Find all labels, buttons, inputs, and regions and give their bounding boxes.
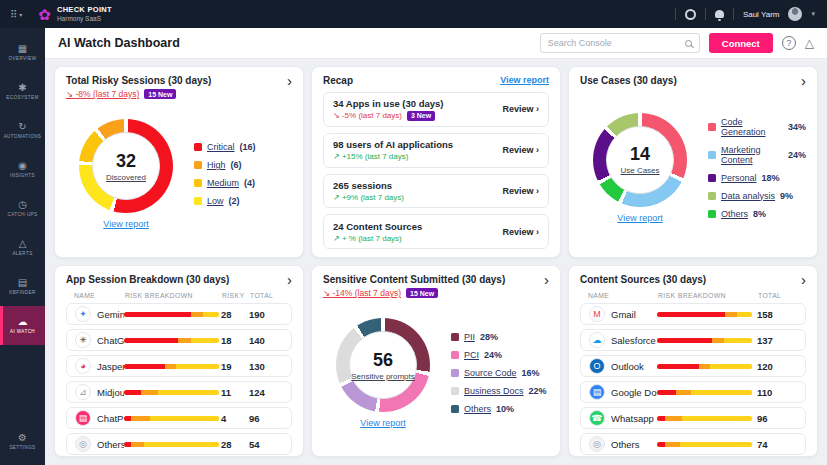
chevron-right-icon[interactable]: › bbox=[287, 75, 292, 86]
jasper-icon: ◕ bbox=[75, 358, 91, 374]
risk-bar bbox=[657, 442, 752, 447]
risk-bar bbox=[657, 390, 752, 395]
table-row-gemini[interactable]: ✦Gemini 28 190 bbox=[66, 303, 292, 325]
search-box[interactable] bbox=[540, 33, 700, 53]
table-row-salesforce[interactable]: ☁Salesforce 137 bbox=[580, 329, 806, 351]
view-report-link[interactable]: View report bbox=[500, 75, 549, 85]
recap-item-content-sources[interactable]: 24 Content Sources + % (last 7 days) Rev… bbox=[323, 214, 549, 249]
legend-item-source-code[interactable]: Source Code 16% bbox=[451, 368, 549, 378]
trend-down[interactable]: -14% (last 7 days) bbox=[323, 288, 401, 298]
page-title: AI Watch Dashboard bbox=[58, 36, 180, 50]
recap-item-sessions[interactable]: 265 sessions +9% (last 7 days) Review › bbox=[323, 174, 549, 209]
legend-item-pci[interactable]: PCI 24% bbox=[451, 350, 549, 360]
legend-item-code-generation[interactable]: Code Generation 34% bbox=[708, 117, 806, 137]
table-row-gmail[interactable]: MGmail 158 bbox=[580, 303, 806, 325]
table-header: NAME RISK BREAKDOWN TOTAL bbox=[580, 292, 806, 299]
sidebar-item-ai-watch[interactable]: ☁ AI WATCH bbox=[0, 306, 45, 345]
view-report-link[interactable]: View report bbox=[617, 213, 662, 223]
page-header: AI Watch Dashboard Connect ? △ bbox=[45, 28, 827, 59]
chevron-right-icon[interactable]: › bbox=[801, 274, 806, 285]
view-report-link[interactable]: View report bbox=[103, 219, 148, 229]
sidebar-item-settings[interactable]: ⚙ SETTINGS bbox=[0, 422, 45, 461]
table-row-whatsapp[interactable]: ☎Whatsapp 96 bbox=[580, 407, 806, 429]
sidebar-item-insights[interactable]: ◉ INSIGHTS bbox=[0, 150, 45, 189]
sidebar-item-overview[interactable]: ▦ OVERVIEW bbox=[0, 33, 45, 72]
review-button[interactable]: Review › bbox=[502, 227, 539, 237]
table-row-others[interactable]: ◎Others 74 bbox=[580, 433, 806, 455]
help-icon[interactable]: ? bbox=[782, 36, 796, 50]
user-name: Saul Yarm bbox=[743, 10, 780, 19]
card-title: Sensitive Content Submitted (30 days) bbox=[323, 274, 505, 285]
donut-label[interactable]: Discovered bbox=[106, 173, 146, 182]
legend-swatch bbox=[194, 161, 202, 169]
card-use-cases: Use Cases (30 days) › 14 Use Cases View … bbox=[568, 66, 818, 258]
others-icon: ◎ bbox=[589, 436, 605, 452]
legend-item-low[interactable]: Low (2) bbox=[194, 196, 292, 206]
card-title: App Session Breakdown (30 days) bbox=[66, 274, 229, 285]
card-title: Total Risky Sessions (30 days) bbox=[66, 75, 211, 86]
trend-down[interactable]: -8% (last 7 days) bbox=[66, 89, 139, 99]
legend-item-others[interactable]: Others 10% bbox=[451, 404, 549, 414]
risk-bar bbox=[124, 364, 219, 369]
sidebar-item-catch-ups[interactable]: ◷ CATCH-UPS bbox=[0, 189, 45, 228]
legend-item-medium[interactable]: Medium (4) bbox=[194, 178, 292, 188]
legend-swatch bbox=[451, 351, 459, 359]
card-sensitive-content: Sensitive Content Submitted (30 days) › … bbox=[311, 265, 561, 457]
review-button[interactable]: Review › bbox=[502, 145, 539, 155]
legend-item-critical[interactable]: Critical (16) bbox=[194, 142, 292, 152]
table-row-jasper[interactable]: ◕Jasper 19 130 bbox=[66, 355, 292, 377]
donut-label[interactable]: Sensitive prompts bbox=[351, 372, 415, 381]
sidebar-item-kbfinder[interactable]: ▤ KBFINDER bbox=[0, 267, 45, 306]
legend-item-high[interactable]: High (6) bbox=[194, 160, 292, 170]
sidebar-item-alerts[interactable]: △ ALERTS bbox=[0, 228, 45, 267]
chevron-right-icon[interactable]: › bbox=[287, 274, 292, 285]
settings-gear-icon: ⚙ bbox=[18, 433, 27, 443]
sidebar-item-ecosystem[interactable]: ✱ ECOSYSTEM bbox=[0, 72, 45, 111]
sidebar-item-automations[interactable]: ↻ AUTOMATIONS bbox=[0, 111, 45, 150]
table-row-midjourney[interactable]: ⊿Midjourney 11 124 bbox=[66, 381, 292, 403]
table-row-others[interactable]: ◎Others 28 54 bbox=[66, 433, 292, 455]
donut-label[interactable]: Use Cases bbox=[620, 166, 659, 175]
warning-triangle-icon[interactable]: △ bbox=[805, 37, 814, 49]
sidebar: ▦ OVERVIEW ✱ ECOSYSTEM ↻ AUTOMATIONS ◉ I… bbox=[0, 28, 45, 465]
legend-item-pii[interactable]: PII 28% bbox=[451, 332, 549, 342]
review-button[interactable]: Review › bbox=[502, 104, 539, 114]
view-report-link[interactable]: View report bbox=[360, 418, 405, 428]
trend-up: +15% (last 7 days) bbox=[333, 152, 408, 161]
card-total-risky-sessions: Total Risky Sessions (30 days) › -8% (la… bbox=[54, 66, 304, 258]
support-icon[interactable] bbox=[685, 9, 696, 20]
notifications-bell-icon[interactable] bbox=[715, 10, 724, 18]
legend-item-data-analysis[interactable]: Data analysis 9% bbox=[708, 191, 806, 201]
chatpdf-icon: ▤ bbox=[75, 410, 91, 426]
table-row-google-docs[interactable]: ▤Google Docs 110 bbox=[580, 381, 806, 403]
app-grid-icon[interactable]: ⠿▾ bbox=[10, 9, 22, 20]
avatar[interactable] bbox=[788, 7, 802, 21]
chevron-right-icon[interactable]: › bbox=[544, 274, 549, 285]
outlook-icon: O bbox=[589, 358, 605, 374]
user-menu-chevron-icon[interactable]: ▾ bbox=[811, 10, 815, 18]
table-row-outlook[interactable]: OOutlook 120 bbox=[580, 355, 806, 377]
new-badge: 3 New bbox=[407, 111, 435, 121]
recap-item-apps-in-use[interactable]: 34 Apps in use (30 days) -5% (last 7 day… bbox=[323, 92, 549, 127]
table-row-chatpdf[interactable]: ▤ChatPDF 4 96 bbox=[66, 407, 292, 429]
alerts-icon: △ bbox=[19, 239, 27, 249]
legend-swatch bbox=[708, 174, 716, 182]
ecosystem-icon: ✱ bbox=[18, 83, 26, 93]
donut-value: 56 bbox=[373, 350, 393, 371]
new-badge: 15 New bbox=[406, 288, 438, 298]
legend-item-personal[interactable]: Personal 18% bbox=[708, 173, 806, 183]
legend-item-marketing-content[interactable]: Marketing Content 24% bbox=[708, 145, 806, 165]
recap-item-users[interactable]: 98 users of AI applications +15% (last 7… bbox=[323, 133, 549, 168]
risk-bar bbox=[124, 416, 219, 421]
insights-icon: ◉ bbox=[18, 161, 27, 171]
chevron-right-icon[interactable]: › bbox=[801, 75, 806, 86]
google-docs-icon: ▤ bbox=[589, 384, 605, 400]
search-input[interactable] bbox=[548, 38, 685, 48]
legend-item-business-docs[interactable]: Business Docs 22% bbox=[451, 386, 549, 396]
review-button[interactable]: Review › bbox=[502, 186, 539, 196]
table-row-chatgpt[interactable]: ✳ChatGPT 18 140 bbox=[66, 329, 292, 351]
divider bbox=[675, 8, 676, 20]
legend-swatch bbox=[451, 369, 459, 377]
connect-button[interactable]: Connect bbox=[709, 33, 773, 53]
legend-item-others[interactable]: Others 8% bbox=[708, 209, 806, 219]
